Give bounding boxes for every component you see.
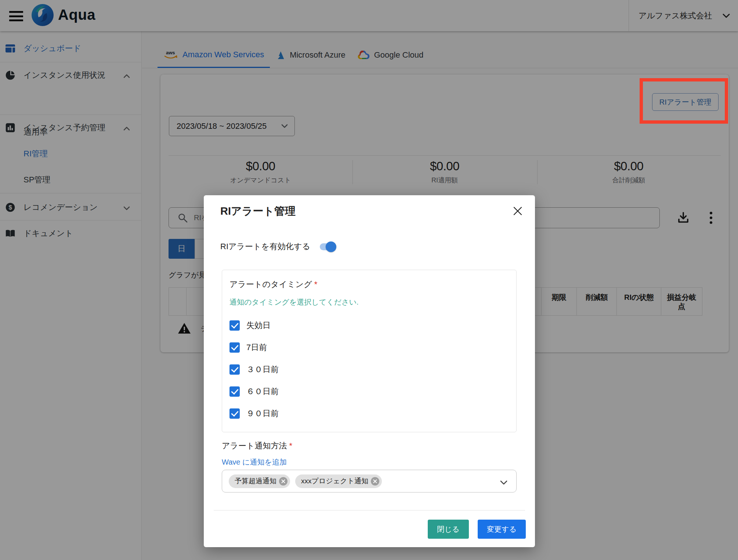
checkbox-7-days[interactable]: 7日前: [229, 342, 509, 353]
timing-label: アラートのタイミング: [229, 279, 312, 290]
notify-method-label: アラート通知方法: [222, 440, 287, 451]
chip-remove-button[interactable]: [371, 477, 379, 486]
checkbox-label: ９０日前: [246, 408, 279, 419]
checkbox-checked-icon[interactable]: [229, 408, 240, 419]
notify-method-row: アラート通知方法 *: [222, 440, 292, 451]
timing-hint: 通知のタイミングを選択してください.: [229, 297, 509, 307]
checkbox-checked-icon[interactable]: [229, 342, 240, 353]
wave-add-notification-link[interactable]: Wave に通知を追加: [222, 457, 287, 467]
close-dialog-button[interactable]: 閉じる: [428, 520, 469, 539]
chip-xxx-project: xxxプロジェクト通知: [295, 474, 382, 488]
chip-budget-over: 予算超過通知: [229, 474, 290, 488]
dialog-title: RIアラート管理: [220, 204, 296, 219]
enable-alert-row: RIアラートを有効化する: [220, 239, 335, 255]
chevron-down-icon[interactable]: [500, 480, 507, 486]
toggle-label: RIアラートを有効化する: [220, 241, 310, 252]
checkbox-30-days[interactable]: ３０日前: [229, 364, 509, 375]
checkbox-checked-icon[interactable]: [229, 364, 240, 375]
checkbox-expiry-date[interactable]: 失効日: [229, 320, 509, 331]
notification-multiselect[interactable]: 予算超過通知 xxxプロジェクト通知: [222, 470, 517, 492]
checkbox-label: ６０日前: [246, 386, 279, 397]
close-icon: [513, 206, 523, 216]
submit-button[interactable]: 変更する: [478, 520, 526, 539]
checkbox-90-days[interactable]: ９０日前: [229, 408, 509, 419]
checkbox-checked-icon[interactable]: [229, 386, 240, 397]
checkbox-label: 7日前: [246, 342, 267, 353]
ri-alert-manage-dialog: RIアラート管理 RIアラートを有効化する アラートのタイミング * 通知のタイ…: [204, 195, 535, 547]
required-asterisk: *: [289, 441, 293, 451]
ri-alert-toggle[interactable]: [320, 243, 335, 250]
close-icon: [281, 479, 285, 483]
checkbox-label: ３０日前: [246, 364, 279, 375]
annotation-highlight-box: [640, 78, 728, 124]
app-screen: Aqua アルファス株式会社 ダッシュボード インスタンス使用状況 適用率: [0, 0, 738, 560]
close-icon: [373, 479, 377, 483]
toggle-knob: [326, 241, 336, 252]
chip-label: xxxプロジェクト通知: [301, 476, 368, 486]
required-asterisk: *: [314, 280, 318, 289]
checkbox-60-days[interactable]: ６０日前: [229, 386, 509, 397]
checkbox-label: 失効日: [246, 320, 271, 331]
chip-remove-button[interactable]: [279, 477, 287, 486]
divider: [214, 510, 525, 510]
alert-timing-section: アラートのタイミング * 通知のタイミングを選択してください. 失効日 7日前 …: [222, 270, 517, 432]
close-button[interactable]: [511, 205, 524, 217]
chip-label: 予算超過通知: [235, 476, 276, 486]
checkbox-checked-icon[interactable]: [229, 320, 240, 331]
